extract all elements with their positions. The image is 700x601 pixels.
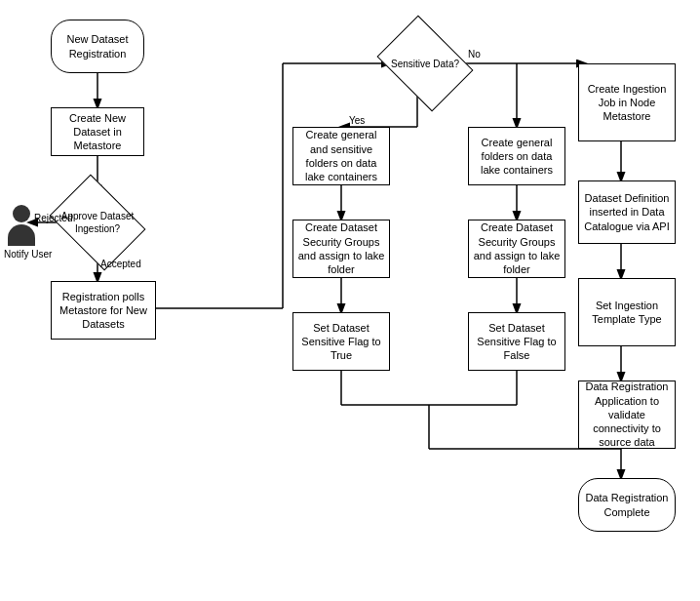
yes-label: Yes	[349, 115, 365, 126]
security-groups-general-label: Create Dataset Security Groups and assig…	[473, 220, 561, 276]
security-groups-sensitive-node: Create Dataset Security Groups and assig…	[292, 220, 390, 278]
set-sensitive-false-node: Set Dataset Sensitive Flag to False	[468, 312, 565, 371]
dataset-definition-node: Dataset Definition inserted in Data Cata…	[578, 180, 676, 244]
data-registration-app-node: Data Registration Application to validat…	[578, 381, 676, 449]
sensitive-data-label: Sensitive Data?	[391, 58, 459, 70]
set-ingestion-template-node: Set Ingestion Template Type	[578, 278, 676, 346]
person-icon	[8, 205, 35, 246]
set-ingestion-template-label: Set Ingestion Template Type	[583, 299, 671, 327]
no-label: No	[468, 49, 481, 60]
sensitive-data-node: Sensitive Data?	[386, 34, 464, 93]
security-groups-general-node: Create Dataset Security Groups and assig…	[468, 220, 565, 278]
create-general-sensitive-label: Create general and sensitive folders on …	[297, 128, 385, 183]
create-general-folders-node: Create general folders on data lake cont…	[468, 127, 565, 185]
create-general-folders-label: Create general folders on data lake cont…	[473, 136, 561, 178]
create-ingestion-job-node: Create Ingestion Job in Node Metastore	[578, 63, 676, 141]
registration-polls-label: Registration polls Metastore for New Dat…	[56, 290, 151, 332]
data-registration-app-label: Data Registration Application to validat…	[583, 380, 671, 449]
create-new-dataset-label: Create New Dataset in Metastore	[56, 111, 139, 153]
accepted-label: Accepted	[100, 259, 141, 269]
notify-user-label: Notify User	[4, 249, 52, 260]
registration-polls-node: Registration polls Metastore for New Dat…	[51, 281, 156, 340]
set-sensitive-false-label: Set Dataset Sensitive Flag to False	[473, 321, 561, 363]
flowchart-diagram: New Dataset Registration Create New Data…	[0, 0, 700, 601]
security-groups-sensitive-label: Create Dataset Security Groups and assig…	[297, 220, 385, 276]
create-ingestion-job-label: Create Ingestion Job in Node Metastore	[583, 82, 671, 124]
create-general-sensitive-node: Create general and sensitive folders on …	[292, 127, 390, 185]
data-registration-complete-node: Data Registration Complete	[578, 478, 676, 532]
new-dataset-registration-node: New Dataset Registration	[51, 20, 144, 73]
new-dataset-reg-label: New Dataset Registration	[56, 32, 139, 60]
set-sensitive-true-node: Set Dataset Sensitive Flag to True	[292, 312, 390, 371]
data-registration-complete-label: Data Registration Complete	[583, 491, 671, 519]
approve-ingestion-node: Approve Dataset Ingestion?	[58, 193, 136, 252]
create-new-dataset-node: Create New Dataset in Metastore	[51, 107, 144, 156]
set-sensitive-true-label: Set Dataset Sensitive Flag to True	[297, 321, 385, 363]
dataset-definition-label: Dataset Definition inserted in Data Cata…	[583, 191, 671, 233]
approve-ingestion-label: Approve Dataset Ingestion?	[58, 210, 136, 235]
